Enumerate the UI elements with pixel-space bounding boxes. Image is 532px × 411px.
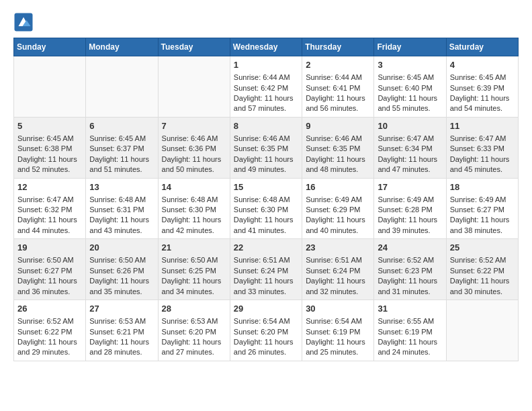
- sunrise-time: Sunrise: 6:53 AM: [162, 316, 226, 326]
- daylight-hours: Daylight: 11 hours and 54 minutes.: [450, 93, 515, 114]
- day-header-thursday: Thursday: [302, 38, 374, 56]
- daylight-hours: Daylight: 11 hours and 30 minutes.: [450, 276, 515, 297]
- sunset-time: Sunset: 6:34 PM: [378, 144, 442, 154]
- daylight-hours: Daylight: 11 hours and 24 minutes.: [378, 337, 442, 358]
- daylight-hours: Daylight: 11 hours and 56 minutes.: [306, 93, 370, 114]
- day-header-tuesday: Tuesday: [158, 38, 230, 56]
- calendar-cell: 2Sunrise: 6:44 AMSunset: 6:41 PMDaylight…: [302, 56, 374, 118]
- day-number: 24: [378, 242, 442, 254]
- sunrise-time: Sunrise: 6:54 AM: [234, 316, 298, 326]
- day-number: 8: [234, 120, 298, 132]
- daylight-hours: Daylight: 11 hours and 47 minutes.: [378, 154, 442, 175]
- sunrise-time: Sunrise: 6:46 AM: [234, 134, 298, 144]
- header: [13, 7, 519, 32]
- sunrise-time: Sunrise: 6:50 AM: [89, 255, 154, 265]
- sunset-time: Sunset: 6:19 PM: [306, 327, 370, 337]
- daylight-hours: Daylight: 11 hours and 43 minutes.: [89, 215, 154, 236]
- calendar-header-row: SundayMondayTuesdayWednesdayThursdayFrid…: [14, 38, 519, 56]
- day-number: 17: [378, 181, 442, 193]
- calendar-cell: 18Sunrise: 6:49 AMSunset: 6:27 PMDayligh…: [446, 178, 518, 239]
- calendar-cell: [158, 56, 230, 118]
- daylight-hours: Daylight: 11 hours and 32 minutes.: [306, 276, 370, 297]
- sunset-time: Sunset: 6:19 PM: [378, 327, 442, 337]
- daylight-hours: Daylight: 11 hours and 50 minutes.: [162, 154, 226, 175]
- calendar-cell: 20Sunrise: 6:50 AMSunset: 6:26 PMDayligh…: [86, 239, 158, 300]
- sunset-time: Sunset: 6:31 PM: [89, 205, 154, 215]
- calendar-cell: 15Sunrise: 6:48 AMSunset: 6:30 PMDayligh…: [230, 178, 302, 239]
- day-number: 18: [450, 181, 515, 193]
- sunset-time: Sunset: 6:25 PM: [162, 266, 226, 276]
- calendar-week-4: 19Sunrise: 6:50 AMSunset: 6:27 PMDayligh…: [14, 239, 519, 300]
- calendar-cell: 7Sunrise: 6:46 AMSunset: 6:36 PMDaylight…: [158, 117, 230, 178]
- calendar-cell: [86, 56, 158, 118]
- day-number: 23: [306, 242, 370, 254]
- calendar-week-2: 5Sunrise: 6:45 AMSunset: 6:38 PMDaylight…: [14, 117, 519, 178]
- sunset-time: Sunset: 6:24 PM: [306, 266, 370, 276]
- sunset-time: Sunset: 6:22 PM: [17, 327, 82, 337]
- calendar-cell: 6Sunrise: 6:45 AMSunset: 6:37 PMDaylight…: [86, 117, 158, 178]
- daylight-hours: Daylight: 11 hours and 49 minutes.: [234, 154, 298, 175]
- day-number: 30: [306, 303, 370, 315]
- sunset-time: Sunset: 6:42 PM: [234, 83, 298, 93]
- day-number: 20: [89, 242, 154, 254]
- calendar-cell: 17Sunrise: 6:49 AMSunset: 6:28 PMDayligh…: [374, 178, 446, 239]
- day-number: 16: [306, 181, 370, 193]
- logo-icon: [13, 12, 34, 32]
- sunset-time: Sunset: 6:37 PM: [89, 144, 154, 154]
- sunset-time: Sunset: 6:29 PM: [306, 205, 370, 215]
- day-number: 29: [234, 303, 298, 315]
- day-number: 7: [162, 120, 226, 132]
- calendar-cell: 19Sunrise: 6:50 AMSunset: 6:27 PMDayligh…: [14, 239, 86, 300]
- daylight-hours: Daylight: 11 hours and 35 minutes.: [89, 276, 154, 297]
- sunset-time: Sunset: 6:36 PM: [162, 144, 226, 154]
- sunrise-time: Sunrise: 6:48 AM: [89, 195, 154, 205]
- day-number: 19: [17, 242, 82, 254]
- calendar-cell: 21Sunrise: 6:50 AMSunset: 6:25 PMDayligh…: [158, 239, 230, 300]
- sunrise-time: Sunrise: 6:54 AM: [306, 316, 370, 326]
- sunset-time: Sunset: 6:20 PM: [162, 327, 226, 337]
- daylight-hours: Daylight: 11 hours and 26 minutes.: [234, 337, 298, 358]
- calendar-cell: 23Sunrise: 6:51 AMSunset: 6:24 PMDayligh…: [302, 239, 374, 300]
- daylight-hours: Daylight: 11 hours and 29 minutes.: [17, 337, 82, 358]
- sunrise-time: Sunrise: 6:53 AM: [89, 316, 154, 326]
- sunrise-time: Sunrise: 6:47 AM: [17, 195, 82, 205]
- day-number: 31: [378, 303, 442, 315]
- daylight-hours: Daylight: 11 hours and 45 minutes.: [450, 154, 515, 175]
- day-number: 9: [306, 120, 370, 132]
- calendar-cell: 28Sunrise: 6:53 AMSunset: 6:20 PMDayligh…: [158, 300, 230, 361]
- sunset-time: Sunset: 6:35 PM: [306, 144, 370, 154]
- logo: [13, 12, 36, 32]
- sunrise-time: Sunrise: 6:47 AM: [378, 134, 442, 144]
- day-number: 12: [17, 181, 82, 193]
- sunrise-time: Sunrise: 6:52 AM: [450, 255, 515, 265]
- day-number: 10: [378, 120, 442, 132]
- calendar-week-1: 1Sunrise: 6:44 AMSunset: 6:42 PMDaylight…: [14, 56, 519, 118]
- calendar-cell: [14, 56, 86, 118]
- sunrise-time: Sunrise: 6:46 AM: [306, 134, 370, 144]
- calendar-cell: 30Sunrise: 6:54 AMSunset: 6:19 PMDayligh…: [302, 300, 374, 361]
- calendar-table: SundayMondayTuesdayWednesdayThursdayFrid…: [13, 38, 519, 361]
- day-number: 14: [162, 181, 226, 193]
- daylight-hours: Daylight: 11 hours and 55 minutes.: [378, 93, 442, 114]
- day-number: 25: [450, 242, 515, 254]
- calendar-cell: 9Sunrise: 6:46 AMSunset: 6:35 PMDaylight…: [302, 117, 374, 178]
- calendar-cell: 10Sunrise: 6:47 AMSunset: 6:34 PMDayligh…: [374, 117, 446, 178]
- day-number: 4: [450, 59, 515, 71]
- day-header-saturday: Saturday: [446, 38, 518, 56]
- sunset-time: Sunset: 6:41 PM: [306, 83, 370, 93]
- day-number: 26: [17, 303, 82, 315]
- calendar-cell: 13Sunrise: 6:48 AMSunset: 6:31 PMDayligh…: [86, 178, 158, 239]
- sunrise-time: Sunrise: 6:48 AM: [234, 195, 298, 205]
- daylight-hours: Daylight: 11 hours and 44 minutes.: [17, 215, 82, 236]
- calendar-cell: 4Sunrise: 6:45 AMSunset: 6:39 PMDaylight…: [446, 56, 518, 118]
- sunrise-time: Sunrise: 6:51 AM: [234, 255, 298, 265]
- sunset-time: Sunset: 6:28 PM: [378, 205, 442, 215]
- day-number: 22: [234, 242, 298, 254]
- calendar-cell: 11Sunrise: 6:47 AMSunset: 6:33 PMDayligh…: [446, 117, 518, 178]
- calendar-cell: 12Sunrise: 6:47 AMSunset: 6:32 PMDayligh…: [14, 178, 86, 239]
- daylight-hours: Daylight: 11 hours and 25 minutes.: [306, 337, 370, 358]
- day-header-sunday: Sunday: [14, 38, 86, 56]
- sunrise-time: Sunrise: 6:44 AM: [234, 73, 298, 83]
- sunset-time: Sunset: 6:39 PM: [450, 83, 515, 93]
- sunset-time: Sunset: 6:24 PM: [234, 266, 298, 276]
